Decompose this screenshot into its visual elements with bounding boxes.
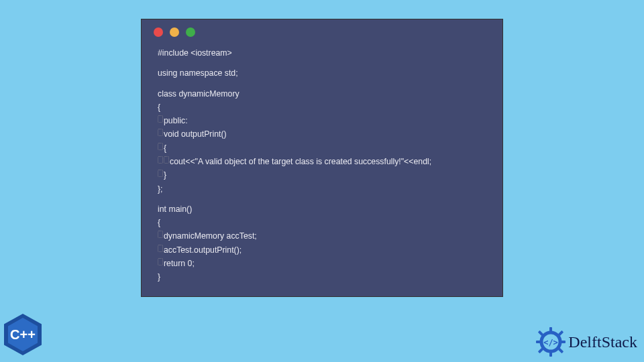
code-line: { bbox=[158, 216, 486, 229]
code-line: cout<<"A valid object of the target clas… bbox=[158, 155, 486, 168]
code-line: } bbox=[158, 270, 486, 284]
minimize-icon[interactable] bbox=[170, 27, 179, 37]
svg-rect-1 bbox=[549, 327, 552, 333]
brand-logo: </> DelftStack bbox=[536, 327, 637, 357]
code-block: #include <iostream>using namespace std;c… bbox=[142, 42, 502, 287]
code-line: class dynamicMemory bbox=[158, 87, 486, 101]
close-icon[interactable] bbox=[154, 27, 163, 37]
maximize-icon[interactable] bbox=[186, 27, 195, 37]
svg-text:</>: </> bbox=[544, 338, 559, 347]
code-line bbox=[158, 80, 486, 87]
code-line: { bbox=[158, 141, 486, 155]
code-line: { bbox=[158, 101, 486, 114]
code-line bbox=[158, 196, 486, 202]
code-line bbox=[158, 60, 486, 66]
code-window: #include <iostream>using namespace std;c… bbox=[141, 19, 503, 297]
window-titlebar bbox=[142, 19, 502, 42]
code-line: using namespace std; bbox=[158, 66, 486, 80]
code-line: } bbox=[158, 168, 486, 182]
code-line: dynamicMemory accTest; bbox=[158, 229, 486, 243]
svg-rect-3 bbox=[536, 341, 541, 343]
svg-rect-2 bbox=[549, 351, 552, 357]
code-line: public: bbox=[158, 114, 486, 127]
cpp-logo-label: C++ bbox=[8, 318, 38, 351]
cpp-logo: C++ bbox=[4, 314, 44, 358]
code-line: return 0; bbox=[158, 257, 486, 270]
code-line: void outputPrint() bbox=[158, 127, 486, 141]
code-line: int main() bbox=[158, 202, 486, 216]
code-line: }; bbox=[158, 182, 486, 196]
brand-name: DelftStack bbox=[568, 333, 637, 351]
gear-icon: </> bbox=[536, 327, 566, 357]
svg-rect-4 bbox=[560, 341, 566, 343]
code-line: #include <iostream> bbox=[158, 46, 486, 60]
code-line: accTest.outputPrint(); bbox=[158, 243, 486, 257]
